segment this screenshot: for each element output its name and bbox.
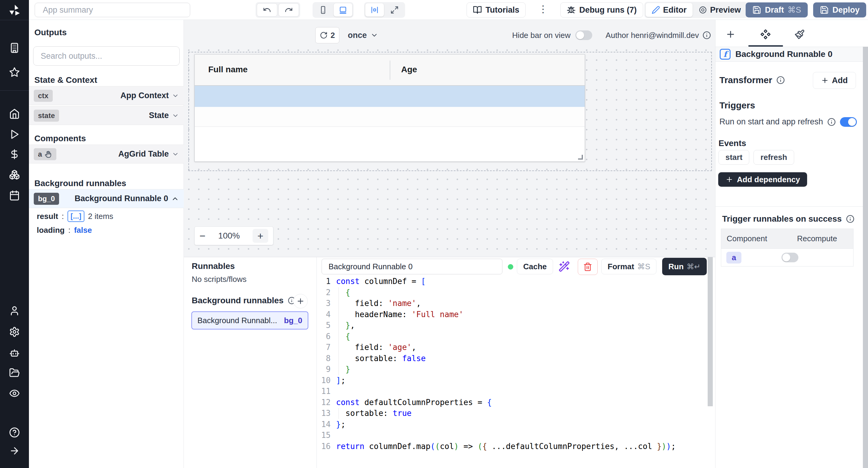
undo-button[interactable] [257, 3, 277, 16]
output-row-component-a[interactable]: a AgGrid Table [29, 144, 184, 164]
code-line[interactable]: 4 headerName: 'Full name' [317, 309, 707, 320]
code-line[interactable]: 10]; [317, 375, 707, 386]
run-button[interactable]: Run ⌘↵ [662, 258, 707, 275]
refresh-count-button[interactable]: 2 [315, 27, 339, 43]
format-button[interactable]: Format ⌘S [601, 259, 656, 274]
deploy-button[interactable]: Deploy [813, 2, 866, 18]
chevron-down-icon[interactable] [172, 151, 179, 158]
recompute-toggle[interactable] [781, 253, 798, 262]
sidebar-item-favorites[interactable] [0, 66, 29, 78]
background-runnable-list-item[interactable]: Background Runnabl... bg_0 [191, 311, 308, 330]
tab-add-component[interactable] [722, 26, 739, 43]
ai-wand-icon[interactable] [558, 261, 570, 272]
delete-runnable-button[interactable] [578, 259, 598, 275]
code-line[interactable]: 12const defaultColumnProperties = { [317, 397, 707, 408]
hide-bar-label: Hide bar on view [512, 31, 570, 40]
output-row-state[interactable]: state State [29, 106, 184, 125]
code-line[interactable]: 15 [317, 430, 707, 441]
event-chip-refresh[interactable]: refresh [753, 150, 794, 165]
tab-editor[interactable]: Editor [646, 3, 692, 17]
sidebar-item-folders[interactable] [0, 367, 29, 379]
sidebar-item-home[interactable] [0, 108, 29, 120]
sidebar-item-ai[interactable] [0, 347, 29, 359]
zoom-level: 100% [206, 231, 253, 241]
code-line[interactable]: 5 }, [317, 320, 707, 331]
column-divider[interactable] [390, 61, 390, 80]
add-background-runnable-button[interactable] [293, 294, 308, 308]
loading-row[interactable]: loading : false [37, 224, 92, 236]
info-icon[interactable] [703, 31, 711, 39]
sidebar-item-workspace[interactable] [0, 42, 29, 54]
chevron-down-icon[interactable] [172, 92, 179, 99]
sidebar-item-variables[interactable] [0, 148, 29, 160]
code-lines[interactable]: 1const columnDef = [2 {3 field: 'name',4… [317, 276, 707, 452]
zoom-in-button[interactable]: + [253, 229, 268, 243]
output-row-ctx[interactable]: ctx App Context [29, 86, 184, 105]
sidebar-item-users[interactable] [0, 305, 29, 317]
app-summary-input[interactable] [35, 3, 190, 17]
hide-bar-toggle[interactable] [575, 30, 592, 40]
add-dependency-button[interactable]: Add dependency [718, 172, 807, 187]
redo-button[interactable] [278, 3, 299, 16]
info-icon[interactable] [846, 215, 855, 223]
code-line[interactable]: 13 sortable: true [317, 408, 707, 419]
add-transformer-button[interactable]: Add [813, 72, 856, 89]
chevron-down-icon[interactable] [172, 112, 179, 119]
editor-scrollbar[interactable] [708, 257, 713, 406]
home-icon [9, 108, 20, 119]
code-line[interactable]: 1const columnDef = [ [317, 276, 707, 287]
table-row[interactable] [195, 107, 585, 127]
run-on-start-toggle[interactable] [840, 117, 857, 127]
book-open-icon [473, 5, 482, 14]
runnable-name-input[interactable] [321, 259, 502, 274]
sidebar-item-help[interactable] [0, 427, 29, 438]
tab-preview[interactable]: Preview [692, 3, 747, 17]
cache-button[interactable]: Cache [517, 259, 553, 274]
desktop-view-button[interactable] [334, 3, 352, 16]
event-chip-start[interactable]: start [718, 150, 749, 165]
mobile-view-button[interactable] [314, 3, 333, 16]
code-line[interactable]: 8 sortable: false [317, 353, 707, 364]
info-icon[interactable] [827, 118, 836, 126]
tab-component-settings[interactable] [757, 26, 774, 43]
sidebar-item-schedules[interactable] [0, 190, 29, 201]
debug-runs-button[interactable]: Debug runs (7) [560, 2, 643, 18]
sidebar-item-resources[interactable] [0, 169, 29, 181]
tab-styling[interactable] [791, 26, 808, 43]
app-canvas[interactable]: 2 once Hide bar on view Author henri@win… [184, 20, 715, 257]
schedule-dropdown[interactable]: once [348, 27, 378, 43]
windmill-logo-icon[interactable] [0, 2, 29, 18]
sidebar-collapse-button[interactable] [0, 445, 29, 457]
result-row[interactable]: result : [...] 2 items [37, 210, 113, 222]
code-line[interactable]: 3 field: 'name', [317, 298, 707, 309]
draft-button[interactable]: Draft ⌘S [746, 2, 808, 18]
code-line[interactable]: 16return columnDef.map((col) => ({ ...de… [317, 441, 707, 452]
column-header-age[interactable]: Age [401, 65, 417, 74]
code-line[interactable]: 7 field: 'age', [317, 342, 707, 353]
code-line[interactable]: 11 [317, 386, 707, 397]
zoom-out-button[interactable]: − [199, 230, 206, 242]
output-row-bg0[interactable]: bg_0 Background Runnable 0 [29, 189, 184, 208]
sidebar-item-audit[interactable] [0, 387, 29, 399]
result-array-badge[interactable]: [...] [67, 210, 84, 222]
aggrid-table-component[interactable]: Full name Age [194, 54, 585, 162]
info-icon[interactable] [776, 76, 785, 84]
right-panel-scrollbar[interactable] [863, 47, 868, 468]
chevron-up-icon[interactable] [171, 195, 179, 203]
sidebar-item-settings[interactable] [0, 326, 29, 338]
search-outputs-input[interactable] [33, 46, 180, 66]
code-line[interactable]: 9 } [317, 364, 707, 375]
fullwidth-button[interactable] [385, 3, 404, 16]
kebab-menu-icon[interactable]: ⋮ [538, 4, 548, 14]
component-a-chip[interactable]: a [726, 252, 741, 264]
resize-handle[interactable] [578, 155, 583, 160]
column-header-fullname[interactable]: Full name [208, 65, 248, 74]
code-line[interactable]: 6 { [317, 331, 707, 342]
center-align-button[interactable] [365, 3, 384, 16]
sidebar-item-runs[interactable] [0, 128, 29, 140]
code-line[interactable]: 2 { [317, 287, 707, 298]
tutorials-button[interactable]: Tutorials [467, 2, 526, 18]
code-line[interactable]: 14}; [317, 419, 707, 430]
table-row-selected[interactable] [195, 86, 585, 107]
indent-guide [338, 287, 339, 375]
